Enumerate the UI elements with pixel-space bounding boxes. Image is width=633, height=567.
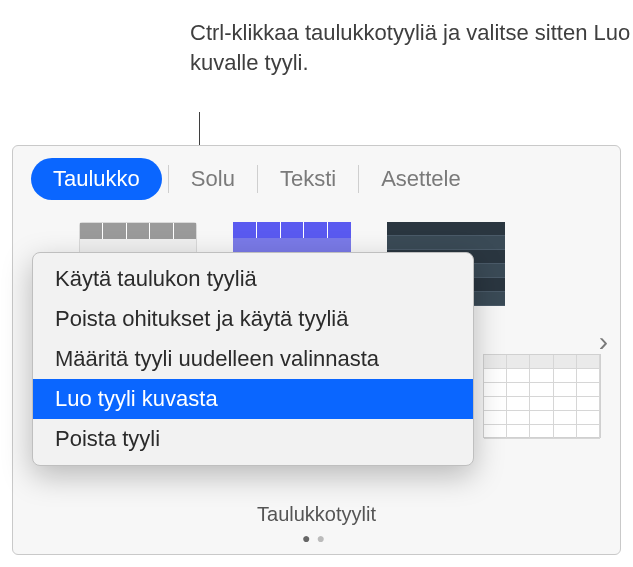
menu-item-redefine-style[interactable]: Määritä tyyli uudelleen valinnasta [33,339,473,379]
callout-text: Ctrl-klikkaa taulukkotyyliä ja valitse s… [190,18,633,77]
table-style-thumbnail[interactable] [483,354,601,438]
menu-item-clear-overrides[interactable]: Poista ohitukset ja käytä tyyliä [33,299,473,339]
tab-separator [168,165,169,193]
section-title: Taulukkotyylit [13,503,620,526]
tab-separator [257,165,258,193]
page-dots[interactable]: ●● [13,530,620,546]
tab-separator [358,165,359,193]
tab-solu[interactable]: Solu [175,158,251,200]
style-thumbnails-row [483,354,601,438]
tab-taulukko[interactable]: Taulukko [31,158,162,200]
menu-item-create-style[interactable]: Luo tyyli kuvasta [33,379,473,419]
chevron-right-icon[interactable]: › [599,326,608,358]
menu-item-delete-style[interactable]: Poista tyyli [33,419,473,459]
context-menu: Käytä taulukon tyyliä Poista ohitukset j… [32,252,474,466]
menu-item-apply-style[interactable]: Käytä taulukon tyyliä [33,259,473,299]
tab-teksti[interactable]: Teksti [264,158,352,200]
tab-bar: Taulukko Solu Teksti Asettele [13,146,620,210]
tab-asettele[interactable]: Asettele [365,158,477,200]
